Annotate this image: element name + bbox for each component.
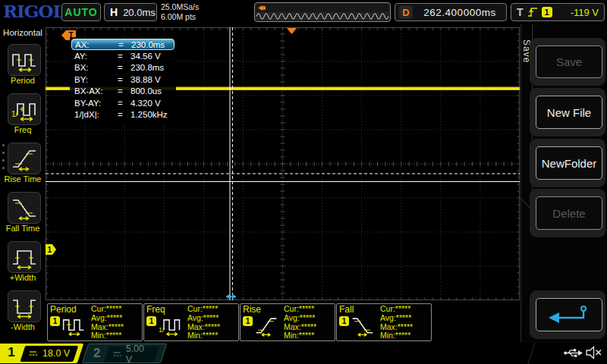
speaker-muted-icon	[585, 345, 603, 360]
status-bar-divider	[527, 343, 535, 364]
measure-channel-badge: 1	[339, 316, 349, 326]
measure-box-freq: Freq 1 1/ Cur:***** Avg:***** Max:***** …	[143, 303, 239, 341]
channel-status-bar: 1 18.0 V 2 5.00 V	[0, 343, 607, 364]
trigger-status-box: T 1 -119 V	[511, 3, 605, 21]
equals: =	[118, 52, 131, 61]
cursor-label: BY:	[74, 75, 118, 84]
memory-depth-value: 6.00M pts	[161, 12, 199, 22]
svg-text:1/: 1/	[159, 326, 165, 334]
period-icon	[61, 313, 86, 337]
menu-label-period: Period	[0, 76, 46, 85]
fall-time-icon	[11, 195, 38, 221]
cursor-measurement-panel: AX: = 230.0ms AY: = 34.56 V BX: = 230.8m…	[70, 37, 176, 122]
channel-2-tab[interactable]: 2 5.00 V	[82, 344, 167, 363]
menu-item-freq[interactable]: 1/	[8, 93, 41, 125]
measure-box-period: Period 1 Cur:***** Avg:***** Max:***** M…	[47, 303, 143, 341]
cursor-row-byay[interactable]: BY-AY: = 4.320 V	[71, 97, 175, 108]
measure-box-rise: Rise 1 Cur:***** Avg:***** Max:***** Min…	[240, 303, 335, 341]
sample-rate-box: 25.0MSa/s 6.00M pts	[161, 2, 199, 22]
menu-item-fall-time[interactable]	[8, 192, 41, 224]
cursor-row-bx[interactable]: BX: = 230.8ms	[71, 62, 175, 74]
trigger-label: T	[517, 6, 524, 18]
menu-item-pos-width[interactable]	[8, 241, 41, 273]
left-measure-menu: Horizontal Period 1/ Freq	[0, 24, 46, 343]
measure-channel-badge: 1	[146, 316, 156, 326]
trigger-position-preview-icon	[258, 5, 266, 11]
dc-coupling-icon	[112, 350, 121, 358]
cursor-label: AX:	[75, 40, 118, 49]
freq-icon: 1/	[11, 96, 38, 122]
svg-text:1/: 1/	[11, 110, 18, 118]
cursor-row-bxax[interactable]: BX-AX: = 800.0us	[71, 86, 175, 97]
menu-label-freq: Freq	[0, 125, 46, 134]
cursor-value: 38.88 V	[131, 75, 171, 84]
trigger-delay-box: D 262.400000ms	[395, 3, 507, 21]
cursor-value: 1.250kHz	[131, 110, 171, 119]
acquire-status-badge: AUTO	[61, 3, 101, 21]
save-button[interactable]: Save	[536, 46, 602, 78]
trigger-level-value: -119 V	[556, 7, 599, 18]
cursor-row-ay[interactable]: AY: = 34.56 V	[71, 50, 175, 61]
return-button[interactable]	[536, 298, 602, 331]
horizontal-label: H	[110, 6, 118, 18]
equals: =	[118, 75, 131, 84]
channel-2-scale-box: 5.00 V	[104, 347, 159, 362]
usb-icon	[563, 347, 583, 359]
horizontal-scale-value: 20.0ms	[123, 7, 156, 18]
dc-coupling-icon	[28, 350, 38, 357]
cursor-label: BX-AX:	[74, 86, 118, 96]
equals: =	[118, 86, 131, 96]
measure-channel-badge: 1	[243, 316, 253, 326]
new-folder-button[interactable]: NewFolder	[536, 146, 602, 180]
sample-rate-value: 25.0MSa/s	[161, 2, 199, 12]
rising-edge-icon	[527, 6, 538, 18]
delay-value: 262.400000ms	[417, 7, 502, 18]
cursor-row-by[interactable]: BY: = 38.88 V	[71, 74, 175, 85]
menu-item-period[interactable]	[8, 44, 41, 76]
memory-waveform-preview	[254, 2, 391, 22]
freq-icon: 1/	[158, 313, 182, 337]
cursor-value: 800.0us	[131, 86, 171, 96]
menu-scroll-dot	[2, 144, 5, 146]
channel-1-scale: 18.0 V	[42, 348, 70, 359]
rise-icon	[254, 313, 278, 337]
channel-2-scale: 5.00 V	[126, 344, 152, 364]
cursor-row-ax[interactable]: AX: = 230.0ms	[71, 39, 175, 50]
equals: =	[118, 63, 131, 72]
channel-1-tab[interactable]: 1 18.0 V	[0, 344, 83, 363]
neg-width-icon	[11, 293, 38, 319]
menu-scroll-dot	[2, 152, 5, 154]
svg-text:1: 1	[48, 246, 52, 254]
pos-width-icon	[11, 244, 38, 270]
cursor-value: 4.320 V	[131, 99, 171, 108]
channel-1-number: 1	[8, 345, 14, 360]
return-arrow-icon	[546, 304, 593, 325]
menu-label-rise-time: Rise Time	[0, 174, 46, 184]
menu-item-rise-time[interactable]	[8, 143, 41, 174]
menu-scroll-dot	[2, 159, 5, 162]
delete-button[interactable]: Delete	[536, 196, 602, 230]
measure-channel-badge: 1	[50, 316, 60, 326]
menu-item-neg-width[interactable]	[8, 290, 41, 322]
new-file-button[interactable]: New File	[536, 96, 602, 129]
menu-label-pos-width: +Width	[0, 273, 46, 282]
period-icon	[11, 47, 38, 73]
trigger-source-badge: 1	[542, 7, 552, 17]
equals: =	[118, 110, 131, 119]
cursor-row-inv-dx[interactable]: 1/|dX|: = 1.250kHz	[71, 108, 175, 120]
measure-stats: Cur:***** Avg:***** Max:***** Min:*****	[284, 305, 316, 340]
waveform-display: T1 AX: = 230.0ms AY: = 34.56 V BX: = 230…	[46, 27, 520, 300]
cursor-value: 230.0ms	[131, 40, 171, 49]
cursor-label: 1/|dX|:	[74, 110, 118, 119]
right-softkey-menu: Save Save New File NewFolder Delete	[521, 24, 607, 343]
delay-label: D	[399, 5, 413, 19]
menu-label-fall-time: Fall Time	[0, 224, 46, 233]
left-menu-title: Horizontal	[0, 28, 46, 37]
menu-label-neg-width: -Width	[0, 322, 46, 331]
cursor-label: BY-AY:	[74, 99, 118, 108]
measure-stats: Cur:***** Avg:***** Max:***** Min:*****	[91, 305, 124, 340]
measure-stats: Cur:***** Avg:***** Max:***** Min:*****	[187, 305, 220, 340]
fall-icon	[351, 313, 375, 337]
menu-scroll-dot	[2, 167, 5, 169]
channel-2-number: 2	[93, 346, 100, 361]
